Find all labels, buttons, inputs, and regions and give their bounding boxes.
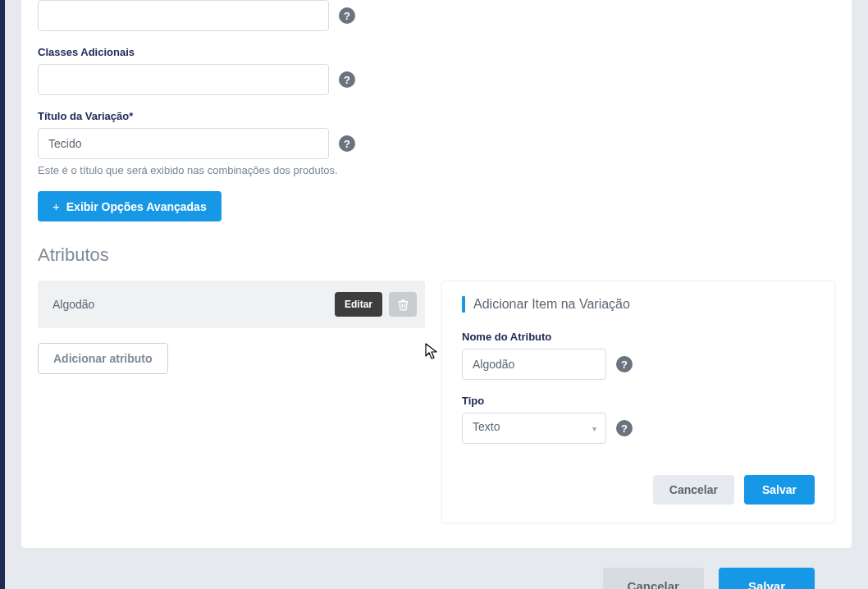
top-input-group: ? bbox=[38, 0, 835, 31]
help-icon[interactable]: ? bbox=[339, 7, 355, 24]
attributes-section-title: Atributos bbox=[38, 244, 835, 266]
advanced-options-label: Exibir Opções Avançadas bbox=[66, 200, 207, 213]
delete-button[interactable] bbox=[389, 292, 417, 317]
attr-name-input[interactable] bbox=[462, 349, 606, 380]
advanced-options-button[interactable]: + Exibir Opções Avançadas bbox=[38, 191, 222, 221]
attribute-name: Algodão bbox=[53, 298, 94, 311]
sidebar-accent-bar bbox=[0, 0, 5, 589]
panel-title-row: Adicionar Item na Variação bbox=[462, 296, 815, 313]
attributes-two-col: Algodão Editar bbox=[38, 281, 835, 548]
page-save-button[interactable]: Salvar bbox=[719, 568, 815, 589]
attr-name-group: Nome do Atributo ? bbox=[462, 331, 815, 380]
attr-type-label: Tipo bbox=[462, 395, 815, 407]
attribute-actions: Editar bbox=[335, 292, 417, 317]
trash-icon bbox=[397, 299, 409, 311]
type-select-wrapper: Texto ▾ bbox=[462, 413, 606, 444]
attributes-left-col: Algodão Editar bbox=[38, 281, 425, 374]
type-select[interactable]: Texto bbox=[462, 413, 606, 444]
page-wrapper: ? Classes Adicionais ? Título da Variaçã… bbox=[0, 0, 868, 589]
titulo-label: Título da Variação* bbox=[38, 110, 835, 122]
attr-name-label: Nome do Atributo bbox=[462, 331, 815, 343]
top-input[interactable] bbox=[38, 0, 329, 31]
panel-title: Adicionar Item na Variação bbox=[473, 297, 630, 312]
content-card: ? Classes Adicionais ? Título da Variaçã… bbox=[21, 0, 852, 548]
classes-group: Classes Adicionais ? bbox=[38, 46, 835, 95]
panel-save-button[interactable]: Salvar bbox=[744, 475, 815, 505]
panel-cancel-button[interactable]: Cancelar bbox=[653, 475, 734, 505]
plus-icon: + bbox=[53, 199, 60, 213]
attribute-row: Algodão Editar bbox=[38, 281, 425, 328]
add-attribute-button[interactable]: Adicionar atributo bbox=[38, 343, 168, 374]
attr-type-group: Tipo Texto ▾ ? bbox=[462, 395, 815, 444]
titulo-input[interactable] bbox=[38, 128, 329, 159]
help-icon[interactable]: ? bbox=[616, 356, 633, 372]
add-item-panel: Adicionar Item na Variação Nome do Atrib… bbox=[441, 281, 835, 523]
panel-footer: Cancelar Salvar bbox=[462, 475, 815, 505]
help-icon[interactable]: ? bbox=[616, 420, 633, 436]
page-cancel-button[interactable]: Cancelar bbox=[603, 568, 704, 589]
help-icon[interactable]: ? bbox=[339, 135, 355, 152]
titulo-help-text: Este é o título que será exibido nas com… bbox=[38, 164, 835, 176]
classes-label: Classes Adicionais bbox=[38, 46, 835, 58]
page-footer: Cancelar Salvar bbox=[21, 548, 852, 589]
titulo-group: Título da Variação* ? Este é o título qu… bbox=[38, 110, 835, 176]
panel-title-bar bbox=[462, 296, 465, 313]
edit-button[interactable]: Editar bbox=[335, 292, 382, 317]
classes-input[interactable] bbox=[38, 64, 329, 95]
help-icon[interactable]: ? bbox=[339, 71, 355, 88]
